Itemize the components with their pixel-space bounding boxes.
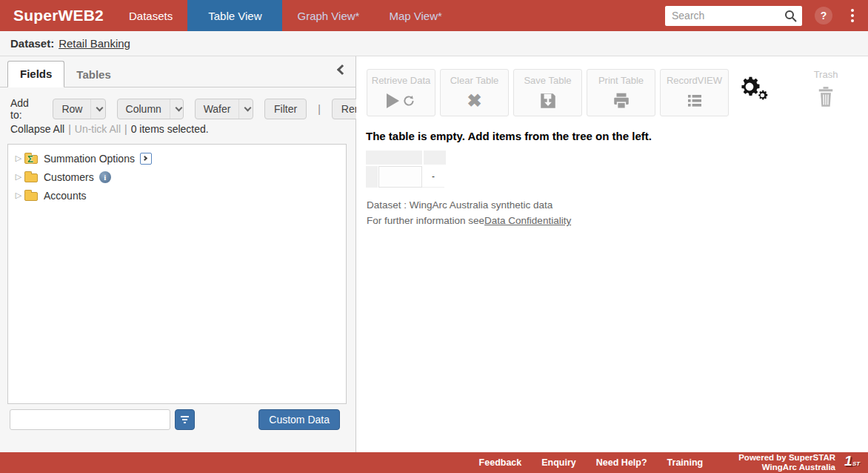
folder-icon [24, 173, 38, 182]
sigma-icon: Σ [27, 153, 33, 165]
separator: | [68, 123, 71, 135]
help-icon[interactable]: ? [815, 7, 832, 24]
trash-button[interactable]: Trash [802, 69, 849, 111]
row-dropdown[interactable] [90, 99, 105, 119]
expand-arrow-icon[interactable]: ▷ [13, 191, 24, 200]
chevron-down-icon [244, 105, 252, 112]
training-link[interactable]: Training [667, 457, 704, 468]
wafer-dropdown[interactable] [238, 99, 253, 119]
trash-icon [815, 86, 836, 108]
retrieve-data-label: Retrieve Data [367, 75, 435, 86]
separator: | [318, 103, 321, 115]
tree-item-label[interactable]: Accounts [44, 190, 87, 202]
superweb2-app: SuperWEB2 Datasets Table View Graph View… [0, 0, 868, 473]
table-value-cell: - [422, 166, 444, 188]
content-area: Fields Tables Add to: Row Column Wafer [0, 56, 868, 452]
footer: Feedback Enquiry Need Help? Training Pow… [0, 452, 868, 473]
table-toolbar: Retrieve Data Clear Table ✖ Save Table [367, 69, 729, 116]
summation-detail-button[interactable] [140, 153, 152, 165]
tree-item-summation-options[interactable]: ▷ Σ Summation Options [13, 149, 341, 168]
tree-item-customers[interactable]: ▷ Customers i [13, 168, 341, 186]
save-table-label: Save Table [514, 75, 581, 86]
dataset-info-text: Dataset : WingArc Australia synthetic da… [367, 199, 552, 211]
empty-table-message: The table is empty. Add items from the t… [366, 130, 652, 142]
feedback-link[interactable]: Feedback [479, 457, 522, 468]
dataset-link[interactable]: Retail Banking [59, 37, 130, 50]
further-info-label: For further information see [367, 215, 484, 226]
tab-tables[interactable]: Tables [64, 62, 122, 87]
custom-data-button[interactable]: Custom Data [258, 409, 340, 430]
logo-one: 1 [844, 453, 852, 469]
dataset-label: Dataset: [10, 37, 54, 50]
tree-search-input[interactable] [10, 409, 170, 430]
search-input[interactable] [665, 6, 802, 26]
table-view-panel: Retrieve Data Clear Table ✖ Save Table [356, 56, 868, 452]
breadcrumb: Dataset: Retail Banking [0, 31, 868, 56]
add-to-wafer-button[interactable]: Wafer [195, 99, 253, 119]
table-row: - [366, 166, 446, 188]
retrieve-data-button[interactable]: Retrieve Data [367, 69, 435, 116]
summation-folder-icon: Σ [24, 155, 38, 164]
need-help-link[interactable]: Need Help? [596, 457, 647, 468]
clear-x-icon: ✖ [467, 92, 481, 110]
expand-arrow-icon[interactable]: ▷ [13, 153, 24, 163]
collapse-all-link[interactable]: Collapse All [10, 123, 64, 135]
column-dropdown[interactable] [170, 99, 184, 119]
powered-by-text: Powered by SuperSTAR WingArc Australia [738, 453, 835, 472]
overflow-menu-icon[interactable] [849, 7, 856, 24]
folder-icon [24, 192, 38, 201]
add-to-controls: Add to: Row Column Wafer Filter | Remove [10, 97, 390, 121]
powered-line2: WingArc Australia [738, 463, 835, 472]
enquiry-link[interactable]: Enquiry [541, 457, 576, 468]
tree-search-row: Custom Data [0, 409, 355, 430]
clear-table-label: Clear Table [441, 75, 508, 86]
search-icon[interactable] [784, 10, 797, 22]
add-to-row-button[interactable]: Row [53, 99, 105, 119]
add-to-column-button[interactable]: Column [117, 99, 184, 119]
chevron-right-icon [142, 156, 147, 161]
table-header-cell [366, 150, 422, 165]
tab-fields[interactable]: Fields [7, 61, 64, 87]
app-logo: SuperWEB2 [13, 7, 104, 24]
table-header-row [366, 150, 446, 165]
chevron-down-icon [175, 105, 182, 112]
row-button-label[interactable]: Row [53, 99, 90, 119]
powered-line1: Powered by SuperSTAR [738, 453, 835, 463]
table-header-cell [424, 150, 446, 165]
column-button-label[interactable]: Column [118, 99, 170, 119]
recordview-button[interactable]: RecordVIEW [660, 69, 729, 116]
nav-item-map-view[interactable]: Map View* [389, 10, 441, 22]
save-icon [514, 90, 581, 112]
tree-item-label[interactable]: Customers [44, 171, 94, 183]
print-table-button[interactable]: Print Table [587, 69, 655, 116]
untick-all-link[interactable]: Un-tick All [75, 123, 121, 135]
chevron-down-icon [96, 105, 104, 112]
small-gear-icon [756, 89, 769, 102]
field-tree: ▷ Σ Summation Options ▷ Customers i ▷ Ac… [7, 144, 347, 404]
table-stub-cell [366, 166, 378, 188]
top-nav: SuperWEB2 Datasets Table View Graph View… [0, 0, 868, 31]
panel-tabbar: Fields Tables [0, 56, 355, 87]
wafer-button-label[interactable]: Wafer [196, 99, 239, 119]
nav-item-datasets[interactable]: Datasets [129, 10, 173, 22]
trash-label: Trash [802, 69, 849, 80]
clear-table-button[interactable]: Clear Table ✖ [440, 69, 509, 116]
save-table-button[interactable]: Save Table [513, 69, 582, 116]
logo-st: ST [852, 460, 860, 467]
nav-item-graph-view[interactable]: Graph View* [297, 10, 359, 22]
nav-item-table-view[interactable]: Table View [187, 0, 282, 31]
tree-item-accounts[interactable]: ▷ Accounts [13, 186, 341, 205]
data-confidentiality-link[interactable]: Data Confidentiality [484, 215, 571, 226]
info-icon[interactable]: i [99, 171, 111, 183]
empty-table-skeleton: - [366, 150, 446, 188]
tree-item-label[interactable]: Summation Options [44, 153, 135, 165]
field-tree-panel: Fields Tables Add to: Row Column Wafer [0, 56, 356, 452]
further-info-text: For further information seeData Confiden… [367, 215, 571, 226]
expand-arrow-icon[interactable]: ▷ [13, 172, 24, 182]
items-selected-status: 0 items selected. [131, 123, 209, 135]
selection-status-row: Collapse All|Un-tick All|0 items selecte… [10, 123, 209, 135]
print-table-label: Print Table [587, 75, 655, 86]
table-options-button[interactable] [737, 74, 774, 105]
filter-button[interactable]: Filter [264, 99, 307, 119]
tree-filter-button[interactable] [175, 409, 195, 430]
